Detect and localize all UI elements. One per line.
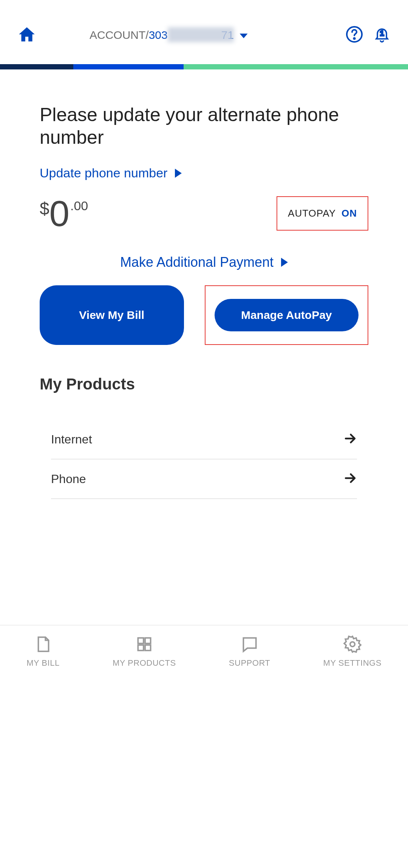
account-selector[interactable]: ACCOUNT/ 303 0000000071 (90, 29, 248, 42)
product-item-phone[interactable]: Phone (51, 459, 357, 499)
account-label: ACCOUNT/ (90, 29, 149, 42)
autopay-label: AUTOPAY (288, 208, 336, 219)
svg-rect-3 (138, 638, 144, 643)
page-title: Please update your alternate phone numbe… (40, 103, 368, 149)
view-bill-button[interactable]: View My Bill (40, 285, 184, 345)
nav-my-bill[interactable]: MY BILL (26, 635, 59, 668)
balance-cents: .00 (70, 199, 88, 213)
manage-autopay-button[interactable]: Manage AutoPay (215, 299, 359, 331)
nav-label: MY BILL (26, 658, 59, 668)
progress-segment-blue (73, 64, 184, 69)
nav-support[interactable]: SUPPORT (229, 635, 270, 668)
arrow-right-icon (343, 432, 357, 447)
play-icon (175, 169, 182, 178)
help-icon[interactable] (345, 25, 363, 45)
svg-text:1: 1 (380, 29, 384, 37)
product-name: Internet (51, 432, 92, 446)
account-number-prefix: 303 (149, 29, 168, 41)
balance-currency: $ (40, 199, 49, 219)
notification-icon[interactable]: 1 (373, 25, 391, 45)
nav-label: SUPPORT (229, 658, 270, 668)
app-header: ACCOUNT/ 303 0000000071 1 (0, 0, 408, 64)
product-name: Phone (51, 472, 86, 486)
nav-my-products[interactable]: MY PRODUCTS (113, 635, 176, 668)
play-icon (281, 258, 288, 267)
bill-icon (34, 635, 53, 654)
svg-point-7 (350, 642, 355, 647)
chevron-down-icon (240, 29, 248, 42)
account-number: 303 0000000071 (149, 29, 234, 42)
button-row: View My Bill Manage AutoPay (40, 285, 368, 345)
progress-segment-green (184, 64, 408, 69)
svg-rect-4 (145, 638, 151, 643)
additional-payment-label: Make Additional Payment (120, 254, 274, 270)
progress-bar (0, 64, 408, 69)
home-icon[interactable] (17, 25, 37, 45)
product-item-internet[interactable]: Internet (51, 420, 357, 459)
autopay-status-box: AUTOPAY ON (277, 196, 368, 231)
header-actions: 1 (345, 25, 391, 45)
balance-dollars: 0 (49, 195, 70, 232)
progress-segment-dark (0, 64, 73, 69)
gear-icon (343, 635, 362, 654)
my-products-title: My Products (40, 375, 368, 393)
svg-rect-5 (138, 645, 144, 651)
balance-amount: $ 0 .00 (40, 195, 88, 232)
redacted-overlay (168, 27, 234, 42)
balance-row: $ 0 .00 AUTOPAY ON (40, 195, 368, 232)
nav-my-settings[interactable]: MY SETTINGS (323, 635, 382, 668)
product-list: Internet Phone (40, 420, 368, 499)
bottom-nav: MY BILL MY PRODUCTS SUPPORT MY SETTINGS (0, 625, 408, 679)
make-additional-payment-link[interactable]: Make Additional Payment (40, 254, 368, 270)
grid-icon (135, 635, 154, 654)
update-phone-link[interactable]: Update phone number (40, 166, 368, 180)
svg-point-1 (354, 38, 355, 39)
chat-icon (240, 635, 259, 654)
manage-autopay-highlight: Manage AutoPay (205, 285, 369, 345)
svg-rect-6 (145, 645, 151, 651)
arrow-right-icon (343, 471, 357, 486)
update-phone-label: Update phone number (40, 166, 167, 180)
autopay-status: ON (342, 208, 357, 219)
main-content: Please update your alternate phone numbe… (0, 69, 408, 499)
nav-label: MY SETTINGS (323, 658, 382, 668)
nav-label: MY PRODUCTS (113, 658, 176, 668)
